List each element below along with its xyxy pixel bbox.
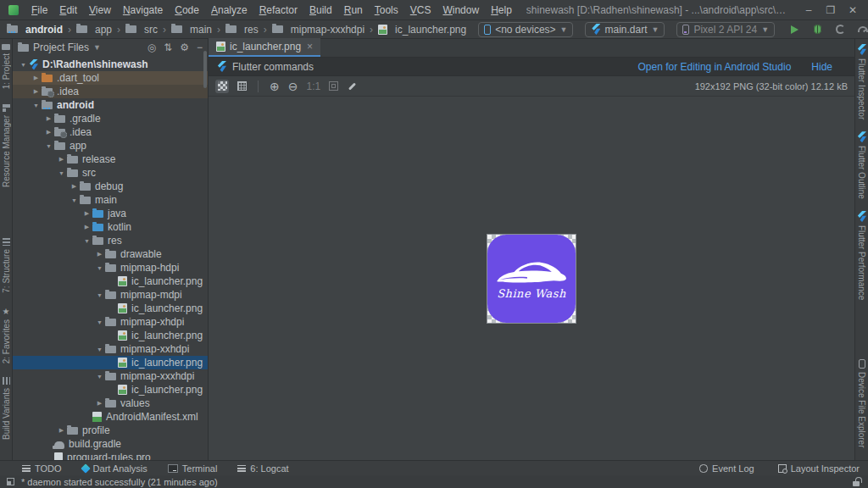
tool-window-button-flutter-inspector[interactable]: Flutter Inspector xyxy=(857,44,866,119)
actual-size-button[interactable]: 1:1 xyxy=(306,80,320,92)
tree-row[interactable]: ▶kotlin xyxy=(13,220,208,234)
tree-row[interactable]: ▼mipmap-mdpi xyxy=(13,288,208,302)
zoom-out-icon[interactable]: ⊖ xyxy=(288,80,298,92)
tree-row[interactable]: ic_launcher.png xyxy=(13,274,208,288)
expand-arrow-icon[interactable]: ▶ xyxy=(43,115,54,122)
breadcrumb-item[interactable]: mipmap-xxxhdpi xyxy=(272,24,364,36)
unlock-icon[interactable] xyxy=(853,477,861,487)
menu-edit[interactable]: Edit xyxy=(53,4,83,16)
expand-arrow-icon[interactable]: ▶ xyxy=(94,251,105,258)
collapse-arrow-icon[interactable]: ▼ xyxy=(94,265,105,271)
debug-button[interactable] xyxy=(810,22,825,37)
locate-icon[interactable]: ◎ xyxy=(147,42,156,53)
menu-tools[interactable]: Tools xyxy=(369,4,404,16)
tree-row[interactable]: ▶debug xyxy=(13,180,208,193)
open-in-android-studio-link[interactable]: Open for Editing in Android Studio xyxy=(638,61,792,73)
tool-window-button-resource-manager[interactable]: Resource Manager xyxy=(2,104,11,187)
tool-window-button-flutter-performance[interactable]: Flutter Performance xyxy=(857,211,866,300)
profile-button[interactable] xyxy=(832,22,848,37)
tool-window-button-dart-analysis[interactable]: Dart Analysis xyxy=(82,463,147,474)
device-selector[interactable]: <no devices> ▼ xyxy=(478,22,573,37)
tool-window-button-6-logcat[interactable]: 6: Logcat xyxy=(237,463,288,474)
collapse-arrow-icon[interactable]: ▼ xyxy=(69,197,80,203)
tree-row[interactable]: ▼app xyxy=(13,139,208,152)
tree-row[interactable]: ic_launcher.png xyxy=(13,356,208,369)
menu-build[interactable]: Build xyxy=(303,4,338,16)
zoom-in-icon[interactable]: ⊕ xyxy=(270,80,280,92)
tree-scrollbar[interactable] xyxy=(203,51,207,88)
close-tab-icon[interactable]: × xyxy=(307,41,313,53)
tree-row[interactable]: ▶.idea xyxy=(13,125,208,139)
menu-help[interactable]: Help xyxy=(485,4,518,16)
collapse-arrow-icon[interactable]: ▼ xyxy=(31,103,42,108)
expand-arrow-icon[interactable]: ▶ xyxy=(43,129,54,136)
tool-window-button-build-variants[interactable]: Build Variants xyxy=(2,377,11,440)
tab-ic-launcher[interactable]: ic_launcher.png × xyxy=(209,38,320,57)
tree-row[interactable]: ▶java xyxy=(13,207,208,220)
settings-gear-icon[interactable]: ⚙ xyxy=(180,42,189,53)
pixel-grid-icon[interactable] xyxy=(237,81,247,91)
chevron-down-icon[interactable]: ▼ xyxy=(93,43,101,52)
tree-row[interactable]: ▶values xyxy=(13,396,208,410)
breadcrumb-item[interactable]: main xyxy=(171,24,212,36)
close-button[interactable]: ✕ xyxy=(848,4,858,16)
collapse-arrow-icon[interactable]: ▼ xyxy=(81,238,92,244)
tree-row[interactable]: ic_launcher.png xyxy=(13,302,208,315)
expand-arrow-icon[interactable]: ▶ xyxy=(94,400,105,407)
collapse-arrow-icon[interactable]: ▼ xyxy=(94,374,105,380)
menu-run[interactable]: Run xyxy=(338,4,369,16)
tree-row[interactable]: ▼D:\Radhen\shinewash xyxy=(13,58,208,71)
menu-window[interactable]: Window xyxy=(437,4,485,16)
collapse-arrow-icon[interactable]: ▼ xyxy=(94,319,105,325)
breadcrumb-item[interactable]: app xyxy=(76,24,112,36)
tree-row[interactable]: ic_launcher.png xyxy=(13,383,208,396)
menu-refactor[interactable]: Refactor xyxy=(253,4,303,16)
breadcrumb-item[interactable]: res xyxy=(225,24,259,36)
breadcrumb-item[interactable]: android xyxy=(7,24,63,36)
tree-row[interactable]: build.gradle xyxy=(13,437,208,451)
expand-arrow-icon[interactable]: ▶ xyxy=(69,183,80,190)
menu-file[interactable]: File xyxy=(25,4,53,16)
tree-row[interactable]: proguard-rules.pro xyxy=(13,451,208,460)
hide-banner-link[interactable]: Hide xyxy=(811,61,832,73)
expand-arrow-icon[interactable]: ▶ xyxy=(81,224,92,230)
expand-arrow-icon[interactable]: ▶ xyxy=(56,156,67,163)
collapse-arrow-icon[interactable]: ▼ xyxy=(94,347,105,352)
tree-row[interactable]: ▼mipmap-xhdpi xyxy=(13,315,208,329)
tree-row[interactable]: ▼res xyxy=(13,234,208,247)
tree-row[interactable]: ▶drawable xyxy=(13,247,208,261)
expand-collapse-icon[interactable]: ⇅ xyxy=(164,42,172,53)
tree-row[interactable]: ▶release xyxy=(13,152,208,166)
tree-row[interactable]: ▼mipmap-xxxhdpi xyxy=(13,369,208,383)
tree-row[interactable]: ▼mipmap-xxhdpi xyxy=(13,342,208,356)
breadcrumb-item[interactable]: src xyxy=(125,24,158,36)
tool-window-button-7-structure[interactable]: 7: Structure xyxy=(2,238,11,293)
breadcrumb-item[interactable]: ic_launcher.png xyxy=(378,24,466,36)
transparency-checkerboard-icon[interactable] xyxy=(215,80,229,93)
run-config-selector[interactable]: main.dart ▼ xyxy=(585,22,665,37)
tree-row[interactable]: ▶.gradle xyxy=(13,112,208,125)
minimize-button[interactable]: – xyxy=(804,4,814,16)
fit-zoom-to-window-icon[interactable] xyxy=(329,81,338,91)
tree-row[interactable]: ▼main xyxy=(13,193,208,207)
toggle-tool-windows-icon[interactable] xyxy=(7,478,14,485)
maximize-button[interactable]: ❐ xyxy=(826,4,836,16)
color-picker-icon[interactable] xyxy=(347,80,359,92)
tool-window-button-flutter-outline[interactable]: Flutter Outline xyxy=(857,131,866,199)
profiler-icon[interactable] xyxy=(855,22,868,37)
tree-row[interactable]: ▶.idea xyxy=(13,85,208,98)
menu-analyze[interactable]: Analyze xyxy=(205,4,253,16)
expand-arrow-icon[interactable]: ▶ xyxy=(56,427,67,434)
tree-row[interactable]: ▶profile xyxy=(13,424,208,437)
tool-window-button-2-favorites[interactable]: 2: Favorites xyxy=(2,307,11,363)
collapse-arrow-icon[interactable]: ▼ xyxy=(56,170,67,176)
project-view-selector[interactable]: Project Files xyxy=(33,42,89,53)
tree-row[interactable]: AndroidManifest.xml xyxy=(13,410,208,424)
target-device-selector[interactable]: Pixel 2 API 24 ▼ xyxy=(676,22,775,37)
tree-row[interactable]: ▶.dart_tool xyxy=(13,71,208,85)
collapse-arrow-icon[interactable]: ▼ xyxy=(94,292,105,298)
tool-window-button-device-file-explorer[interactable]: Device File Explorer xyxy=(857,359,866,447)
tool-window-button-todo[interactable]: TODO xyxy=(22,463,62,474)
tree-row[interactable]: ▼android xyxy=(13,98,208,112)
tree-row[interactable]: ▼src xyxy=(13,166,208,180)
